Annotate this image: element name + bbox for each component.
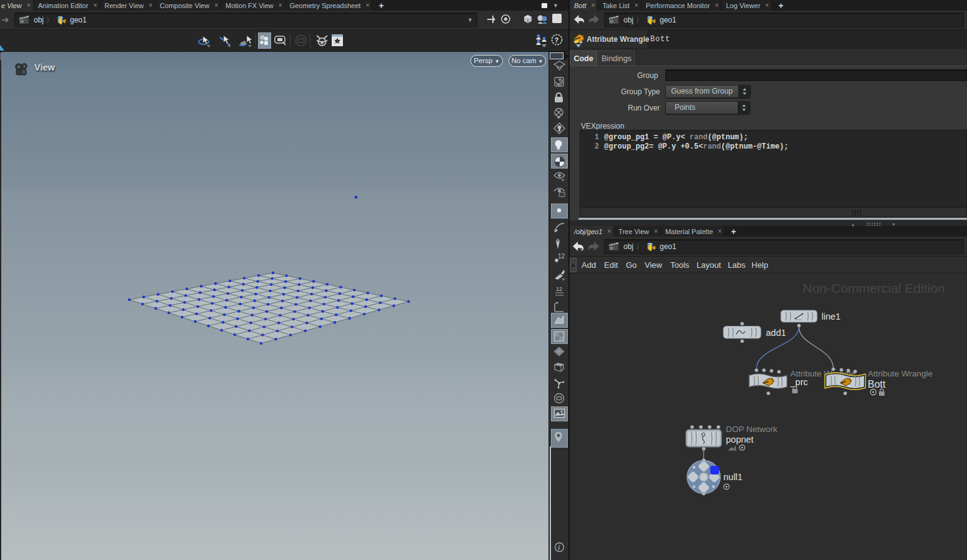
- svg-text:DOP Network: DOP Network: [726, 425, 778, 434]
- svg-text:12: 12: [556, 286, 562, 292]
- svg-text:Bott: Bott: [868, 379, 886, 390]
- svg-text:O: O: [261, 36, 264, 39]
- svg-text:add1: add1: [766, 328, 786, 338]
- svg-text:Attribute Wrangle: Attribute Wrangle: [868, 369, 933, 378]
- svg-text:12: 12: [558, 253, 565, 260]
- svg-text:line1: line1: [821, 312, 841, 322]
- svg-text:i: i: [558, 544, 560, 551]
- svg-text:?: ?: [555, 36, 559, 44]
- svg-text:null1: null1: [723, 472, 743, 482]
- svg-text:popnet: popnet: [726, 435, 753, 445]
- svg-text:_prc: _prc: [790, 377, 808, 387]
